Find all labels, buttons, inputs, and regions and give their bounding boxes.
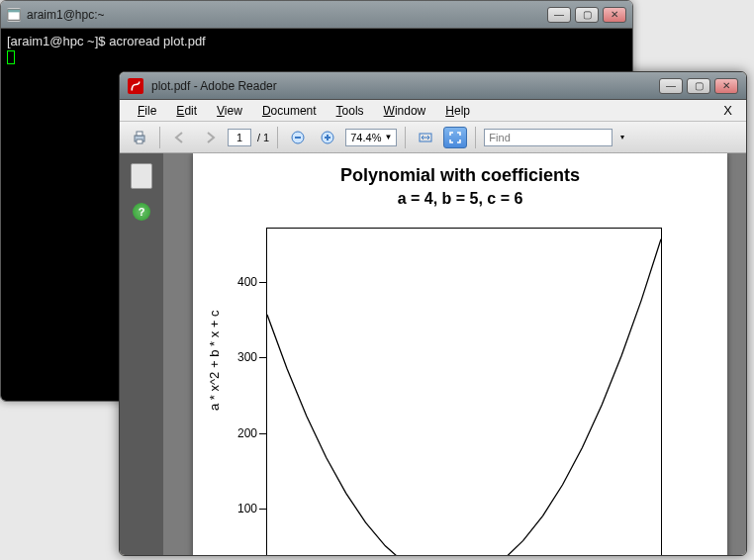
zoom-value: 74.4% — [350, 132, 381, 143]
chart-line — [267, 229, 661, 555]
y-tick-label: 300 — [228, 350, 257, 364]
chart-title: Polynomial with coefficients — [207, 165, 713, 186]
menu-file[interactable]: File — [130, 102, 164, 120]
find-input[interactable] — [484, 129, 613, 146]
print-button[interactable] — [128, 126, 151, 149]
reader-close-button[interactable]: ✕ — [714, 78, 738, 94]
nav-pane: ? — [120, 153, 163, 555]
menu-edit[interactable]: Edit — [168, 102, 205, 120]
y-tick-label: 200 — [228, 426, 257, 440]
fit-page-button[interactable] — [443, 127, 467, 148]
menu-close-doc[interactable]: X — [723, 103, 736, 118]
terminal-close-button[interactable]: ✕ — [603, 7, 626, 23]
terminal-command: acroread plot.pdf — [109, 34, 206, 48]
terminal-prompt: [araim1@hpc ~]$ — [7, 34, 109, 48]
pdf-page: Polynomial with coefficients a = 4, b = … — [193, 153, 727, 555]
reader-minimize-button[interactable]: — — [659, 78, 683, 94]
svg-rect-3 — [137, 132, 142, 136]
find-dropdown-icon[interactable]: ▾ — [620, 133, 624, 141]
svg-rect-1 — [8, 9, 20, 12]
chevron-down-icon: ▼ — [384, 133, 392, 141]
pages-panel-icon[interactable] — [131, 163, 152, 189]
zoom-out-button[interactable] — [286, 126, 310, 149]
document-area[interactable]: Polynomial with coefficients a = 4, b = … — [163, 153, 746, 555]
reader-window: plot.pdf - Adobe Reader — ▢ ✕ File Edit … — [119, 71, 747, 556]
menu-tools[interactable]: Tools — [329, 102, 372, 120]
menu-bar: File Edit View Document Tools Window Hel… — [120, 100, 746, 122]
y-tick-label: 100 — [228, 502, 257, 515]
zoom-in-button[interactable] — [316, 126, 339, 149]
terminal-minimize-button[interactable]: — — [547, 7, 571, 23]
y-tick — [259, 509, 267, 510]
chart-plot-area: 100200300400 — [266, 228, 662, 555]
pdf-app-icon — [128, 78, 143, 94]
reader-title: plot.pdf - Adobe Reader — [151, 79, 651, 93]
menu-window[interactable]: Window — [376, 102, 434, 120]
chart-subtitle: a = 4, b = 5, c = 6 — [207, 190, 713, 208]
fit-width-button[interactable] — [414, 126, 437, 149]
y-tick-label: 400 — [228, 275, 257, 289]
reader-titlebar[interactable]: plot.pdf - Adobe Reader — ▢ ✕ — [120, 72, 746, 100]
page-total-label: / 1 — [257, 132, 269, 143]
terminal-app-icon — [7, 8, 21, 22]
toolbar: / 1 74.4% ▼ ▾ — [120, 122, 746, 153]
menu-view[interactable]: View — [209, 102, 250, 120]
reader-maximize-button[interactable]: ▢ — [687, 78, 710, 94]
svg-rect-4 — [137, 140, 142, 143]
prev-page-button[interactable] — [168, 126, 192, 149]
help-icon[interactable]: ? — [133, 203, 150, 221]
terminal-title: araim1@hpc:~ — [27, 8, 541, 22]
y-tick — [259, 282, 267, 283]
zoom-value-box[interactable]: 74.4% ▼ — [345, 129, 397, 146]
y-tick — [259, 357, 267, 358]
menu-document[interactable]: Document — [254, 102, 325, 120]
y-axis-label: a * x^2 + b * x + c — [207, 311, 222, 412]
terminal-maximize-button[interactable]: ▢ — [575, 7, 599, 23]
y-tick — [259, 433, 267, 434]
next-page-button[interactable] — [198, 126, 222, 149]
terminal-titlebar[interactable]: araim1@hpc:~ — ▢ ✕ — [1, 1, 632, 29]
menu-help[interactable]: Help — [437, 102, 478, 120]
terminal-cursor — [7, 50, 15, 64]
page-number-input[interactable] — [228, 129, 251, 146]
